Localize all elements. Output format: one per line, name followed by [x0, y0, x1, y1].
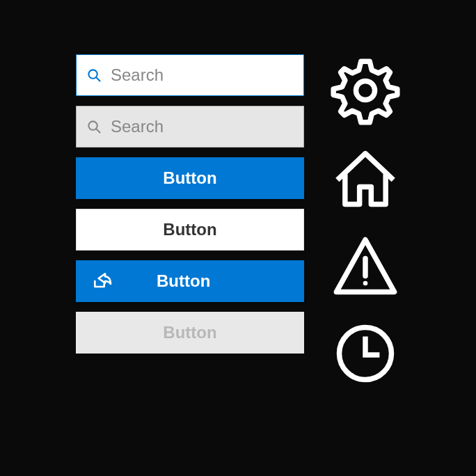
controls-column: Button Button Button Button — [76, 54, 304, 354]
button-label: Button — [163, 168, 216, 188]
svg-point-2 — [88, 121, 97, 129]
search-input-active[interactable] — [111, 65, 294, 85]
button-label: Button — [163, 323, 216, 342]
share-icon — [91, 270, 113, 292]
button-label: Button — [163, 220, 216, 239]
search-icon — [86, 66, 102, 84]
share-button[interactable]: Button — [76, 260, 304, 302]
standard-button[interactable]: Button — [76, 209, 304, 251]
warning-icon — [331, 231, 400, 301]
primary-button[interactable]: Button — [76, 157, 304, 199]
svg-point-0 — [88, 70, 97, 78]
disabled-button: Button — [76, 312, 304, 354]
icon-column — [331, 54, 400, 388]
svg-point-4 — [356, 81, 374, 100]
search-box-inactive[interactable] — [76, 106, 304, 148]
search-icon — [86, 118, 102, 136]
gear-icon — [331, 56, 400, 125]
clock-icon — [331, 319, 400, 388]
svg-point-6 — [363, 281, 368, 286]
home-icon — [331, 143, 400, 213]
svg-line-3 — [96, 129, 100, 133]
search-input-inactive[interactable] — [111, 117, 294, 136]
svg-line-1 — [96, 77, 100, 81]
button-label: Button — [157, 271, 210, 291]
search-box-active[interactable] — [76, 54, 304, 96]
